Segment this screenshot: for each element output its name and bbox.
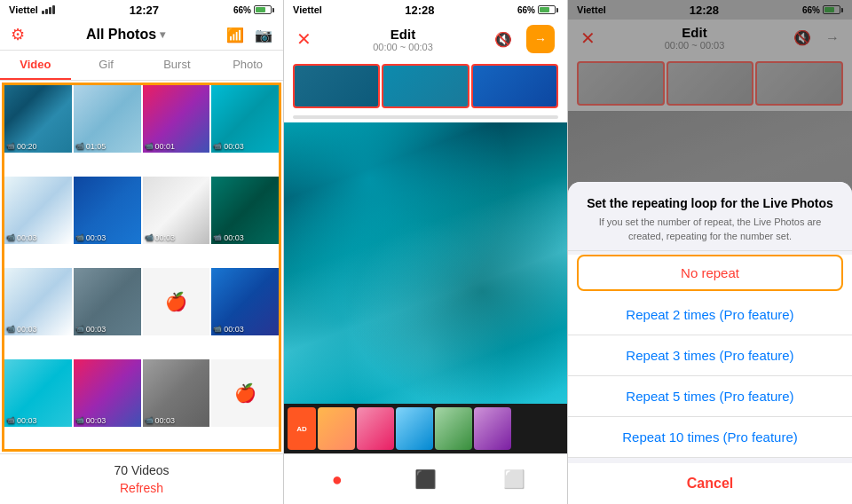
modal-options: No repeat Repeat 2 times (Pro feature) R… [568,255,852,458]
panel-edit-modal: Viettel 12:28 66% ✕ Edit 00:00 ~ 00:03 🔇… [568,0,852,504]
film-strip-2 [284,59,567,114]
modal-card: Set the repeating loop for the Live Phot… [568,182,852,504]
duration-8: 📹00:03 [213,233,244,242]
grid-cell-2[interactable]: 📹01:05 [74,85,141,153]
tab-video[interactable]: Video [0,51,71,80]
battery-body-1 [254,5,272,14]
duration-15: 📹00:03 [145,416,176,425]
thumb-item-1[interactable] [318,407,355,450]
thumb-item-3[interactable] [396,407,433,450]
settings-icon[interactable]: ⚙ [11,25,25,44]
status-right-2: 66% [517,5,558,15]
bar2 [45,9,48,14]
thumb-item-5[interactable] [474,407,511,450]
header-2: ✕ Edit 00:00 ~ 00:03 🔇 → [284,20,567,59]
carrier-1: Viettel [9,4,38,15]
battery-tip-1 [272,8,274,12]
battery-fill-2 [540,7,549,12]
duration-3: 📹00:01 [145,142,176,151]
time-1: 12:27 [130,4,159,17]
tabs: Video Gif Burst Photo [0,51,283,81]
time-2: 12:28 [405,4,434,17]
grid-cell-5[interactable]: 📹00:03 [4,177,72,244]
duration-10: 📹00:03 [75,325,106,334]
modal-overlay: Set the repeating loop for the Live Phot… [568,0,852,504]
seek-bar-2[interactable] [293,115,558,119]
grid-cell-8[interactable]: 📹00:03 [211,177,279,244]
header-title: All Photos [86,27,156,43]
battery-1 [254,5,274,14]
grid-cell-12[interactable]: 📹00:03 [211,268,279,335]
modal-option-repeat-3[interactable]: Repeat 3 times (Pro feature) [568,335,852,376]
grid-cell-6[interactable]: 📹00:03 [74,177,141,244]
status-bar-2: Viettel 12:28 66% [284,0,567,20]
modal-cancel-button[interactable]: Cancel [568,458,852,504]
status-right-1: 66% [233,5,274,15]
modal-option-repeat-10[interactable]: Repeat 10 times (Pro feature) [568,417,852,458]
chevron-down-icon: ▾ [160,28,165,41]
status-bar-1: Viettel 12:27 66% [0,0,283,20]
film-cell-2-2 [382,64,469,108]
tab-gif[interactable]: Gif [71,51,142,80]
grid-cell-16[interactable]: 🍎 [211,359,279,427]
duration-14: 📹00:03 [75,416,106,425]
header-title-area[interactable]: All Photos ▾ [86,27,165,43]
grid-cell-13[interactable]: 📹00:03 [4,359,72,427]
tool-split-button[interactable]: ⬛ [409,463,441,495]
tab-photo[interactable]: Photo [212,51,283,80]
apple-logo-1: 🍎 [165,291,187,312]
bar4 [52,5,55,14]
grid-cell-14[interactable]: 📹00:03 [74,359,141,427]
battery-fill-1 [256,7,265,12]
close-button-2[interactable]: ✕ [296,28,312,50]
status-left-1: Viettel [9,4,55,15]
thumb-item-2[interactable] [357,407,394,450]
duration-5: 📹00:03 [6,233,37,242]
duration-6: 📹00:03 [75,233,106,242]
thumb-item-4[interactable] [435,407,472,450]
tool-circle-button[interactable]: ● [321,463,353,495]
grid-cell-1[interactable]: 📹00:20 [4,85,72,153]
nav-icons-2: 🔇 → [494,25,555,53]
grid-cell-9[interactable]: 📹00:03 [4,268,72,335]
battery-2 [538,5,558,14]
main-image-bg-2 [284,122,567,404]
bottom-toolbar-2: ● ⬛ ⬜ [284,453,567,504]
modal-option-repeat-5[interactable]: Repeat 5 times (Pro feature) [568,376,852,417]
footer-1: 70 Videos Refresh [0,453,283,504]
grid-cell-10[interactable]: 📹00:03 [74,268,141,335]
modal-option-no-repeat[interactable]: No repeat [577,255,843,291]
grid-cell-11[interactable]: 🍎 [143,268,210,335]
battery-pct-1: 66% [233,5,251,15]
camera-icon[interactable]: 📷 [255,27,272,43]
modal-title: Set the repeating loop for the Live Phot… [586,196,834,210]
seek-bar-area-2[interactable] [284,114,567,122]
film-cell-2-3 [471,64,558,108]
wifi-icon[interactable]: 📶 [226,27,244,43]
bar1 [42,11,44,14]
apple-logo-2: 🍎 [234,382,256,404]
grid-cell-3[interactable]: 📹00:01 [143,85,210,153]
battery-pct-2: 66% [517,5,535,15]
edit-title-2: Edit [373,27,433,42]
grid-cell-4[interactable]: 📹00:03 [211,85,279,153]
duration-7: 📹00:03 [145,233,176,242]
next-button-2[interactable]: → [526,25,555,53]
video-count: 70 Videos [9,463,274,477]
grid-cell-15[interactable]: 📹00:03 [143,359,210,427]
duration-4: 📹00:03 [213,142,244,151]
film-cell-2-1 [293,64,380,108]
modal-option-repeat-2[interactable]: Repeat 2 times (Pro feature) [568,295,852,335]
mute-icon-2[interactable]: 🔇 [494,31,512,48]
thumb-ad: AD [288,407,316,450]
header-icons: 📶 📷 [226,27,272,43]
tool-export-button[interactable]: ⬜ [498,463,530,495]
battery-tip-2 [556,8,558,12]
edit-title-area-2: Edit 00:00 ~ 00:03 [373,27,433,52]
panel-edit: Viettel 12:28 66% ✕ Edit 00:00 ~ 00:03 🔇… [284,0,568,504]
grid-cell-7[interactable]: 📹00:03 [143,177,210,244]
tab-burst[interactable]: Burst [142,51,213,80]
battery-body-2 [538,5,556,14]
panel-all-photos: Viettel 12:27 66% ⚙ All Photos ▾ [0,0,284,504]
refresh-button[interactable]: Refresh [9,481,274,495]
